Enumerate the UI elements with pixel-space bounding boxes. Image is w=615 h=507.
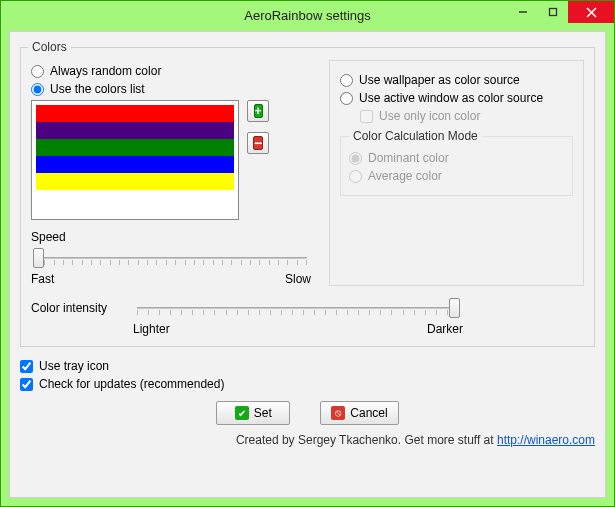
radio-dominant: Dominant color [349,151,564,165]
color-calc-mode-legend: Color Calculation Mode [349,129,482,143]
svg-rect-1 [550,9,557,16]
radio-always-random[interactable]: Always random color [31,64,311,78]
intensity-label: Color intensity [31,301,121,315]
intensity-lighter-label: Lighter [133,322,170,336]
color-swatch[interactable] [36,173,234,190]
radio-average-input [349,170,362,183]
cancel-button-label: Cancel [350,406,387,420]
checkbox-updates-label: Check for updates (recommended) [39,377,224,391]
window-buttons [508,1,614,23]
credits-link[interactable]: http://winaero.com [497,433,595,447]
maximize-icon [548,7,558,17]
radio-active-window-source[interactable]: Use active window as color source [340,91,573,105]
remove-color-button[interactable]: − [247,132,269,154]
color-list[interactable] [31,100,239,220]
color-swatch[interactable] [36,156,234,173]
radio-use-list[interactable]: Use the colors list [31,82,311,96]
radio-use-list-label: Use the colors list [50,82,145,96]
close-button[interactable] [568,1,614,23]
radio-always-random-input[interactable] [31,65,44,78]
radio-average: Average color [349,169,564,183]
slider-ticks [137,310,459,316]
checkbox-icon-only-label: Use only icon color [379,109,480,123]
minimize-button[interactable] [508,1,538,23]
radio-active-window-label: Use active window as color source [359,91,543,105]
cancel-icon: ⦸ [331,406,345,420]
radio-dominant-input [349,152,362,165]
credits-text: Created by Sergey Tkachenko. Get more st… [236,433,497,447]
check-icon: ✔ [235,406,249,420]
radio-wallpaper-label: Use wallpaper as color source [359,73,520,87]
checkbox-icon-only-input [360,110,373,123]
plus-icon: + [254,104,263,118]
maximize-button[interactable] [538,1,568,23]
radio-wallpaper-source[interactable]: Use wallpaper as color source [340,73,573,87]
radio-wallpaper-input[interactable] [340,74,353,87]
speed-slow-label: Slow [285,272,311,286]
right-column: Use wallpaper as color source Use active… [329,60,584,286]
slider-ticks [35,260,307,266]
color-calc-mode-group: Color Calculation Mode Dominant color Av… [340,129,573,196]
radio-active-window-input[interactable] [340,92,353,105]
slider-track [137,307,459,309]
set-button-label: Set [254,406,272,420]
client-area: Colors Always random color Use the color… [9,31,606,498]
checkbox-icon-only: Use only icon color [360,109,573,123]
color-swatch[interactable] [36,122,234,139]
cancel-button[interactable]: ⦸ Cancel [320,401,398,425]
colors-group-label: Colors [28,40,71,54]
radio-use-list-input[interactable] [31,83,44,96]
color-swatch[interactable] [36,139,234,156]
radio-always-random-label: Always random color [50,64,161,78]
credits-line: Created by Sergey Tkachenko. Get more st… [20,433,595,447]
minus-icon: − [253,136,263,150]
colors-group: Colors Always random color Use the color… [20,40,595,347]
app-window: AeroRainbow settings Colors Always rand [0,0,615,507]
speed-label: Speed [31,230,311,244]
checkbox-updates-input[interactable] [20,378,33,391]
intensity-slider[interactable] [133,296,463,320]
minimize-icon [518,7,528,17]
left-column: Always random color Use the colors list … [31,60,311,286]
speed-fast-label: Fast [31,272,54,286]
intensity-darker-label: Darker [427,322,463,336]
radio-average-label: Average color [368,169,442,183]
close-icon [586,7,597,18]
color-swatch[interactable] [36,105,234,122]
speed-slider[interactable] [31,246,311,270]
checkbox-tray-input[interactable] [20,360,33,373]
set-button[interactable]: ✔ Set [216,401,290,425]
intensity-slider-thumb[interactable] [449,298,460,318]
checkbox-tray-label: Use tray icon [39,359,109,373]
titlebar[interactable]: AeroRainbow settings [1,1,614,29]
checkbox-updates[interactable]: Check for updates (recommended) [20,377,595,391]
add-color-button[interactable]: + [247,100,269,122]
speed-slider-thumb[interactable] [33,248,44,268]
slider-track [35,257,307,259]
radio-dominant-label: Dominant color [368,151,449,165]
checkbox-tray-icon[interactable]: Use tray icon [20,359,595,373]
